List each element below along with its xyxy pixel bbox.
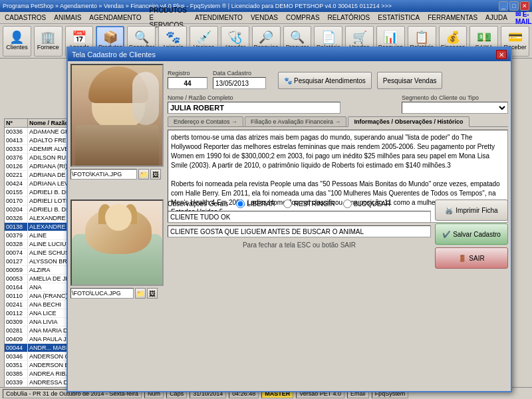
imprimir-ficha-button[interactable]: 🖨️ Imprimir Ficha [435,200,508,221]
nome-input[interactable] [168,102,340,114]
radio-bloquear-input[interactable] [343,200,352,208]
modal-title: Tela Cadastro de Clientes [72,51,156,59]
menu-estatistica[interactable]: ESTATÍSTICA [374,13,423,22]
menu-animais[interactable]: ANIMAIS [51,13,84,22]
sair-label: SAIR [469,255,484,262]
tool-fornece[interactable]: 🏢Fornece [34,26,63,57]
menu-compras[interactable]: COMPRAS [283,13,323,22]
photo-filename-row-2: 📁 🖼 [70,288,164,299]
minimize-button[interactable]: _ [499,1,508,11]
radio-restringir-label: RESTRINGIR [294,200,335,207]
pesquisar-vendas-button[interactable]: Pesquisar Vendas [377,72,443,89]
exit-icon: 🚪 [458,255,466,262]
menu-agendamento[interactable]: AGENDAMENTO [86,13,144,22]
registro-input[interactable] [168,77,207,89]
menu-atendimento[interactable]: ATENDIMENTO [192,13,246,22]
salvar-label: Salvar Cadastro [453,231,501,238]
tab-info[interactable]: Informações / Observações / Histórico [348,116,469,127]
pesquisar-atendimentos-button[interactable]: 🐾 Pesquisar Atendimentos [278,72,372,89]
status-radio-row: Observações Gerais LIBERAR RESTRINGIR BL… [168,200,431,208]
menu-cadastros[interactable]: CADASTROS [1,13,49,22]
tabs-row: Endereço e Contatos → Filiação e Avaliaç… [168,116,508,127]
photo-browse-button-1[interactable]: 📁 [138,169,149,180]
printer-icon: 🖨️ [445,207,453,214]
modal-close-button[interactable]: ✕ [496,50,507,59]
obs-input-2[interactable] [168,225,431,237]
menu-ferramentas[interactable]: FERRAMENTAS [424,13,481,22]
radio-restringir-input[interactable] [283,200,292,208]
photo-browse-button-2[interactable]: 📁 [135,288,146,299]
photo-box-1 [70,64,164,167]
save-icon: ✔️ [442,231,450,238]
col-nr-header: Nº [5,119,28,127]
photo-view-button-2[interactable]: 🖼 [147,288,158,299]
action-buttons-panel: 🖨️ Imprimir Ficha ✔️ Salvar Cadastro 🚪 S… [435,200,508,388]
imprimir-label: Imprimir Ficha [456,207,497,214]
tab-endereco[interactable]: Endereço e Contatos → [168,116,243,126]
segmento-label: Segmento do Cliente ou Tipo [402,94,508,101]
segmento-select[interactable] [402,102,508,114]
menu-relatorios[interactable]: RELATÓRIOS [325,13,374,22]
modal-dialog: Tela Cadastro de Clientes ✕ [66,47,512,392]
title-bar: Programa PetShop » Agendamento » Vendas … [0,0,532,12]
photo-area-2: 📁 🖼 [70,200,164,388]
menu-ajuda[interactable]: AJUDA [482,13,511,22]
menu-email[interactable]: ✉ E-MAIL [512,10,532,26]
tab-filiacao-label: Filiação e Avaliação Financeira → [251,118,340,125]
nome-label: Nome / Razão Completo [168,94,398,101]
photo-filename-input-1[interactable] [70,169,137,180]
radio-bloquear-label: BLOQUEAR [354,200,391,207]
tab-info-label: Informações / Observações / Histórico [354,118,463,125]
app-title: Programa PetShop » Agendamento » Vendas … [3,3,392,9]
photo-box-2 [70,200,164,286]
tab-filiacao[interactable]: Filiação e Avaliação Financeira → [245,116,346,126]
photo-filename-input-2[interactable] [70,288,134,299]
salvar-cadastro-button[interactable]: ✔️ Salvar Cadastro [435,223,508,245]
tool-clientes[interactable]: 👤Clientes [3,26,31,57]
obs-input-1[interactable] [168,211,431,223]
paw-icon: 🐾 [284,77,292,84]
pesquisar-atendimentos-label: Pesquisar Atendimentos [294,77,366,84]
esc-hint: Para fechar a tela ESC ou botão SAIR [168,240,431,250]
sair-button[interactable]: 🚪 SAIR [435,247,508,269]
photo-view-button-1[interactable]: 🖼 [150,169,161,180]
data-cadastro-input[interactable] [213,77,266,89]
registration-fields: Registro Data Cadastro 🐾 Pesquisar Atend… [168,64,508,197]
radio-liberar[interactable]: LIBERAR [236,200,275,208]
registro-label: Registro [168,70,207,76]
obs-gerais-label: Observações Gerais [168,200,228,207]
radio-restringir[interactable]: RESTRINGIR [283,200,335,208]
modal-title-bar: Tela Cadastro de Clientes ✕ [68,48,511,61]
data-cadastro-label: Data Cadastro [213,70,266,76]
menu-vendas[interactable]: VENDAS [247,13,281,22]
radio-liberar-label: LIBERAR [247,200,275,207]
radio-bloquear[interactable]: BLOQUEAR [343,200,391,208]
photo-filename-row-1: 📁 🖼 [70,169,164,180]
photo-area-1: 📁 🖼 [70,64,164,197]
menu-bar: CADASTROS ANIMAIS AGENDAMENTO PRODUTOS E… [0,12,532,24]
tab-endereco-label: Endereço e Contatos → [174,118,237,125]
radio-liberar-input[interactable] [236,200,245,208]
pesquisar-vendas-label: Pesquisar Vendas [383,77,437,84]
